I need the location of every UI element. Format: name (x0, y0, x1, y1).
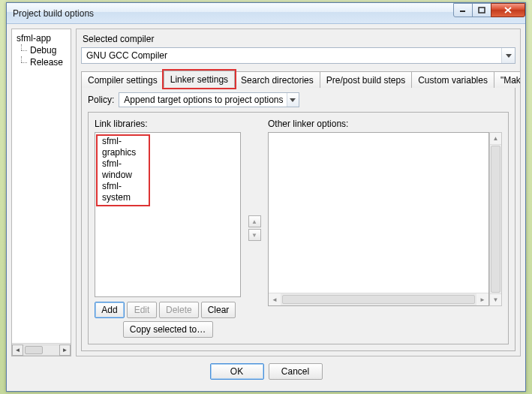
minimize-button[interactable] (453, 3, 473, 17)
cancel-button[interactable]: Cancel (269, 363, 323, 380)
move-buttons-column: ▲ ▼ (247, 119, 262, 338)
scroll-thumb[interactable] (491, 146, 500, 293)
tab-linker-settings[interactable]: Linker settings (164, 71, 235, 88)
highlighted-libs-box: sfml-graphics sfml-window sfml-system (96, 134, 150, 206)
list-item[interactable]: sfml-system (99, 181, 147, 203)
minimize-icon (459, 7, 467, 13)
upper-split: sfml-app Debug Release ◄ ► Selected comp… (11, 29, 521, 356)
tab-make-commands[interactable]: "Make" commands (494, 71, 521, 88)
scroll-left-icon[interactable]: ◄ (269, 293, 281, 305)
client-area: sfml-app Debug Release ◄ ► Selected comp… (11, 29, 521, 386)
move-down-button[interactable]: ▼ (248, 229, 261, 241)
copy-row: Copy selected to… (95, 321, 241, 338)
compiler-combobox[interactable]: GNU GCC Compiler (81, 47, 515, 64)
tree-root[interactable]: sfml-app (14, 32, 69, 44)
move-up-button[interactable]: ▲ (248, 215, 261, 227)
policy-combobox[interactable]: Append target options to project options (119, 92, 299, 107)
link-libraries-column: Link libraries: sfml-graphics sfml-windo… (95, 119, 241, 338)
targets-tree[interactable]: sfml-app Debug Release (12, 29, 71, 343)
tab-compiler-settings[interactable]: Compiler settings (81, 71, 164, 88)
close-button[interactable] (491, 3, 525, 17)
tab-strip: Compiler settings Linker settings Search… (81, 70, 515, 88)
maximize-icon (478, 7, 485, 14)
scroll-right-icon[interactable]: ► (476, 293, 488, 305)
options-pane: Selected compiler GNU GCC Compiler Compi… (76, 29, 521, 356)
dialog-window: Project build options sfml-app Debug Rel… (6, 2, 526, 392)
chevron-down-icon (287, 93, 299, 107)
policy-value: Append target options to project options (124, 95, 283, 105)
other-vertical-scrollbar[interactable]: ▲ ▼ (489, 132, 502, 306)
scroll-thumb[interactable] (25, 346, 43, 354)
selected-compiler-label: Selected compiler (83, 34, 515, 44)
other-linker-options-textarea[interactable]: ◄ ► (268, 132, 489, 306)
tree-item-debug[interactable]: Debug (14, 44, 69, 56)
maximize-button[interactable] (472, 3, 491, 17)
chevron-down-icon (501, 48, 515, 63)
library-buttons-row: Add Edit Delete Clear (95, 302, 241, 318)
scroll-up-icon[interactable]: ▲ (490, 133, 501, 145)
other-options-wrap: ◄ ► ▲ ▼ (268, 132, 502, 338)
svg-rect-1 (479, 8, 485, 13)
close-icon (504, 7, 512, 14)
dialog-footer: OK Cancel (11, 356, 521, 386)
clear-button[interactable]: Clear (201, 302, 236, 318)
policy-row: Policy: Append target options to project… (88, 92, 509, 107)
scroll-track[interactable] (23, 344, 59, 356)
list-item[interactable]: sfml-window (99, 158, 147, 181)
scroll-right-icon[interactable]: ► (59, 344, 71, 356)
compiler-value: GNU GCC Compiler (86, 50, 167, 61)
other-linker-options-label: Other linker options: (268, 119, 502, 129)
tab-body-linker: Policy: Append target options to project… (81, 88, 515, 351)
tree-item-release[interactable]: Release (14, 56, 69, 68)
tab-pre-post-build[interactable]: Pre/post build steps (320, 71, 412, 88)
tree-horizontal-scrollbar[interactable]: ◄ ► (12, 343, 71, 356)
list-item[interactable]: sfml-graphics (99, 136, 147, 158)
other-horizontal-scrollbar[interactable]: ◄ ► (269, 293, 488, 305)
window-buttons (454, 3, 525, 17)
titlebar[interactable]: Project build options (7, 3, 525, 24)
scroll-track[interactable] (490, 145, 501, 293)
link-libraries-list[interactable]: sfml-graphics sfml-window sfml-system (95, 132, 241, 297)
link-libraries-label: Link libraries: (95, 119, 241, 129)
delete-button[interactable]: Delete (159, 302, 199, 318)
link-area: Link libraries: sfml-graphics sfml-windo… (88, 112, 509, 344)
svg-rect-0 (460, 11, 465, 12)
window-title: Project build options (13, 8, 454, 19)
scroll-track[interactable] (281, 293, 476, 305)
scroll-down-icon[interactable]: ▼ (490, 293, 501, 305)
policy-label: Policy: (88, 95, 114, 105)
targets-tree-pane: sfml-app Debug Release ◄ ► (11, 29, 71, 356)
tab-search-directories[interactable]: Search directories (234, 71, 320, 88)
add-button[interactable]: Add (95, 302, 125, 318)
copy-selected-button[interactable]: Copy selected to… (123, 321, 213, 338)
edit-button[interactable]: Edit (127, 302, 157, 318)
other-options-column: Other linker options: ◄ ► (268, 119, 502, 338)
scroll-thumb[interactable] (282, 295, 475, 304)
scroll-left-icon[interactable]: ◄ (12, 344, 23, 356)
ok-button[interactable]: OK (210, 363, 264, 380)
tab-custom-variables[interactable]: Custom variables (411, 71, 494, 88)
